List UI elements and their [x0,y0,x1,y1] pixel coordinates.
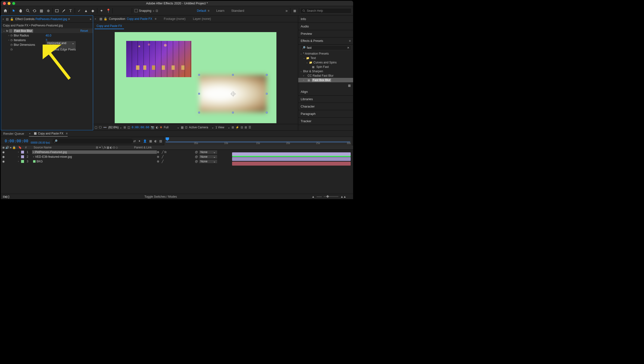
tree-blur-sharpen[interactable]: ⌄Blur & Sharpen [298,69,353,74]
panel-menu-icon[interactable]: ≡ [68,18,70,21]
visibility-icon[interactable]: ◉ [2,160,6,163]
pickwhip-icon[interactable]: @ [195,150,198,154]
panel-paragraph[interactable]: Paragraph [298,110,353,118]
monitor-icon[interactable]: 🖵 [99,126,102,129]
alpha-icon[interactable]: ▢ [95,126,97,129]
toggle-res-icon[interactable]: ⊞ [124,126,126,129]
motion-blur-toggle[interactable]: ◐ [5,195,8,198]
fast-preview-icon[interactable]: ⚡ [236,126,239,129]
color-label[interactable] [21,160,24,163]
magnification-dropdown[interactable]: (62.6%)⌄ [108,126,122,129]
handle-e[interactable] [266,93,268,94]
handle-w[interactable] [198,93,200,94]
blur-radius-value[interactable]: 40.0 [46,34,51,37]
mask-icon[interactable]: 👓 [103,126,107,129]
snapping-toggle[interactable]: Snapping⟐⊡ [135,9,158,12]
tab-comp[interactable]: ×Copy and Paste FX≡ [29,131,68,137]
graph-editor-icon[interactable]: ▨ [159,140,162,143]
show-channel-icon[interactable]: ◐ [156,126,158,129]
preset-icon[interactable] [9,29,13,32]
tree-fast-box-blur[interactable]: ▫▦Fast Box Blur [298,78,353,82]
pan-behind-tool[interactable]: ⊕ [45,8,52,14]
playhead[interactable] [166,138,169,141]
eraser-tool[interactable]: ◆ [90,8,96,14]
brain-icon[interactable]: {} [8,195,10,198]
tree-curves[interactable]: ⌄📁Curves and Spins [298,60,353,65]
stopwatch-icon[interactable]: ◷ [10,38,14,42]
color-label[interactable] [21,155,24,158]
panel-preview[interactable]: Preview [298,30,353,38]
panel-tracker[interactable]: Tracker [298,118,353,125]
roto-tool[interactable]: ✦ [98,8,105,14]
comp-flow-icon[interactable]: ⊞ [245,126,247,129]
composition-tab[interactable]: ×▤🔓 Composition Copy and Paste FX ≡ [95,17,156,20]
frame-blend-toggle[interactable]: ⊞ [3,195,5,198]
type-tool[interactable]: T [67,8,74,14]
stopwatch-icon[interactable]: ◷ [10,43,14,46]
handle-nw[interactable] [198,74,200,76]
time-ruler[interactable]: 05s 10s 15s 20s 25s 30s [164,137,352,145]
timeline-search[interactable]: 🔎 [53,139,133,144]
selection-tool[interactable] [11,8,17,14]
parent-dropdown[interactable]: None⌄ [199,160,217,163]
close-tab-icon[interactable]: × [3,18,4,20]
panel-libraries[interactable]: Libraries [298,96,353,103]
frame-blend-icon[interactable]: ▦ [149,140,152,143]
handle-sw[interactable] [198,112,200,114]
transparency-icon[interactable]: ▦ [181,126,184,129]
layer-row-1[interactable]: ◉›1 ▫PetPeeves-Featured.jpg ⊕ ╱ fx @None… [1,150,353,154]
home-button[interactable] [2,8,9,14]
layer-tab[interactable]: Layer (none) [193,17,211,20]
snapshot-icon[interactable]: 📷 [151,126,154,129]
workspace-default[interactable]: Default≡ [197,9,209,12]
handle-n[interactable] [232,74,234,76]
pixel-ratio-icon[interactable]: ⊞ [232,126,234,129]
3d-view-icon[interactable]: ⊡ [185,126,188,129]
toggle-switches-button[interactable]: Toggle Switches / Modes [144,195,177,198]
apply-effect-icon[interactable]: ▦ [298,83,353,88]
anchor-point[interactable] [231,92,235,96]
panel-more[interactable]: » [90,18,91,21]
visibility-icon[interactable]: ◉ [2,150,6,154]
handle-ne[interactable] [266,74,268,76]
tree-text[interactable]: ⌄📁Text [298,56,353,60]
clone-tool[interactable]: ▲ [83,8,89,14]
views-dropdown[interactable]: 1 View⌄ [215,126,230,129]
stopwatch-icon[interactable]: ◷ [10,34,14,37]
puppet-tool[interactable]: 📍 [105,8,112,14]
layer-bar-2[interactable] [232,157,351,161]
effect-name[interactable]: Fast Box Blur [14,29,33,32]
workspace-standard[interactable]: Standard [231,9,244,12]
av-col-icon[interactable]: ◉ [2,146,5,149]
shy-icon[interactable]: 👤 [143,140,147,143]
tab-render-queue[interactable]: Render Queue [3,131,24,136]
lock-icon[interactable]: 🔓 [10,18,14,21]
workspace-learn[interactable]: Learn [216,9,224,12]
layer-bar-3[interactable] [232,162,351,166]
tree-cc-radial[interactable]: ▫CC Radial Fast Blur [298,74,353,78]
panel-character[interactable]: Character [298,103,353,110]
pickwhip-icon[interactable]: @ [195,155,198,158]
motion-blur-icon[interactable]: ◐ [154,140,157,143]
clear-search-icon[interactable]: ✕ [347,46,349,50]
flowchart-icon[interactable]: ⊟ [241,126,243,129]
rect-tool[interactable] [54,8,60,14]
exposure-icon[interactable]: ☰ [249,126,251,129]
zoom-tool[interactable] [25,8,31,14]
brush-tool[interactable]: ✓ [76,8,82,14]
panel-align[interactable]: Align [298,88,353,96]
footage-tab[interactable]: Footage (none) [164,17,186,20]
composition-viewer[interactable] [93,30,298,124]
layer-bar-1[interactable] [232,152,351,156]
fx-icon[interactable]: fx [6,30,8,32]
panel-audio[interactable]: Audio [298,23,353,30]
tree-spin-fast[interactable]: ▦Spin Fast [298,65,353,69]
color-mgmt-icon[interactable]: ❋ [160,126,162,129]
hand-tool[interactable] [18,8,24,14]
camera-tool[interactable]: ▦ [38,8,45,14]
layer-mixer-image[interactable] [126,41,191,77]
repeat-edge-checkbox[interactable]: Repeat Edge Pixels [46,48,76,51]
timecode-display[interactable]: 0:00:00:00 [132,126,149,129]
color-label[interactable] [21,151,24,154]
comp-mini-icon[interactable]: ⇄ [133,140,136,143]
